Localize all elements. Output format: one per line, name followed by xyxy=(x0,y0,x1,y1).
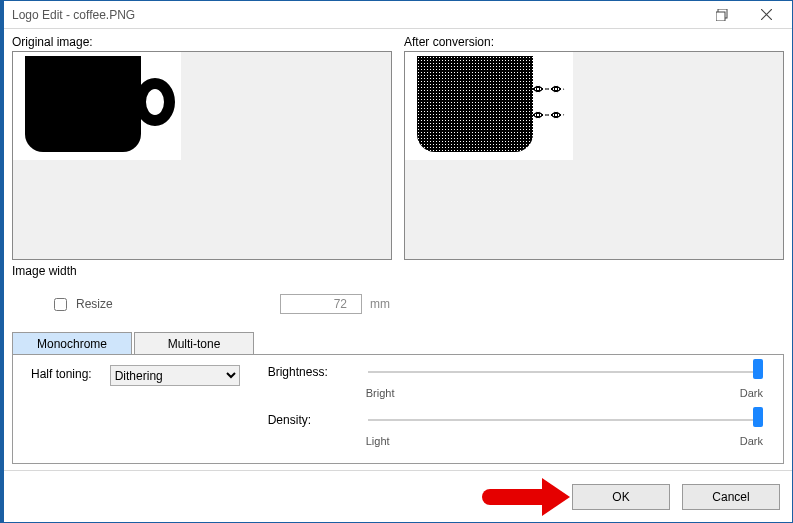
after-conversion-preview xyxy=(404,51,784,260)
preview-row: Original image: After conversion: xyxy=(12,35,784,260)
image-width-group: Image width Resize mm xyxy=(12,260,390,328)
density-right-tick: Dark xyxy=(740,435,763,447)
resize-checkbox-label: Resize xyxy=(76,297,113,311)
density-left-tick: Light xyxy=(366,435,390,447)
half-toning-label: Half toning: xyxy=(31,365,92,381)
density-thumb[interactable] xyxy=(753,407,763,427)
ok-button[interactable]: OK xyxy=(572,484,670,510)
brightness-thumb[interactable] xyxy=(753,359,763,379)
client-area: Original image: After conversion: Image … xyxy=(4,29,792,470)
coffee-mug-dithered-icon xyxy=(405,52,573,160)
image-width-field[interactable] xyxy=(280,294,362,314)
resize-checkbox[interactable]: Resize xyxy=(50,295,113,314)
brightness-label: Brightness: xyxy=(268,365,356,379)
svg-rect-1 xyxy=(716,12,725,21)
brightness-right-tick: Dark xyxy=(740,387,763,399)
dialog-footer: OK Cancel xyxy=(4,470,792,522)
resize-checkbox-input[interactable] xyxy=(54,298,67,311)
image-width-label: Image width xyxy=(12,264,390,278)
restore-icon[interactable] xyxy=(700,1,744,28)
tone-tab-body: Half toning: Dithering Brightness: Brigh… xyxy=(12,354,784,464)
after-conversion-label: After conversion: xyxy=(404,35,784,49)
close-icon[interactable] xyxy=(744,1,788,28)
image-width-unit: mm xyxy=(370,297,390,311)
logo-edit-window: Logo Edit - coffee.PNG Original image: A… xyxy=(0,0,793,523)
original-image-preview xyxy=(12,51,392,260)
tone-tabs: Monochrome Multi-tone xyxy=(12,332,784,354)
tab-multi-tone[interactable]: Multi-tone xyxy=(134,332,254,354)
half-toning-select[interactable]: Dithering xyxy=(110,365,240,386)
brightness-left-tick: Bright xyxy=(366,387,395,399)
cancel-button[interactable]: Cancel xyxy=(682,484,780,510)
density-label: Density: xyxy=(268,413,356,427)
window-title: Logo Edit - coffee.PNG xyxy=(12,8,700,22)
density-slider[interactable] xyxy=(364,413,765,431)
annotation-arrow-icon xyxy=(482,478,570,516)
titlebar: Logo Edit - coffee.PNG xyxy=(4,1,792,29)
brightness-slider[interactable] xyxy=(364,365,765,383)
original-image-label: Original image: xyxy=(12,35,392,49)
coffee-mug-icon xyxy=(13,52,181,160)
tab-monochrome[interactable]: Monochrome xyxy=(12,332,132,354)
